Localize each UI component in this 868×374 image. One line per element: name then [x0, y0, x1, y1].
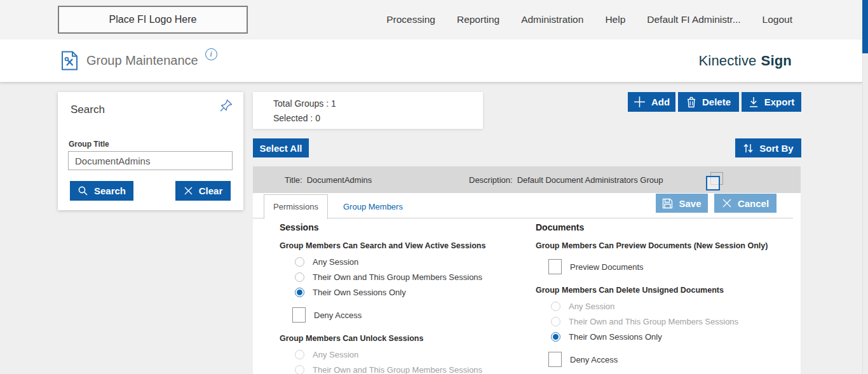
sort-arrows-icon: [743, 143, 754, 154]
perm-preview-title: Group Members Can Preview Documents (New…: [536, 241, 790, 250]
search-button[interactable]: Search: [70, 181, 133, 201]
radio-icon: [551, 332, 560, 342]
x-icon: [184, 186, 193, 196]
nav-item-logout[interactable]: Logout: [763, 14, 792, 25]
radio-icon: [551, 317, 560, 326]
group-description-field: Description:Default Document Administrat…: [469, 175, 663, 185]
brand-logo: Kinective Sign: [698, 39, 792, 82]
radio-option-own-and-group[interactable]: Their Own and This Group Members Session…: [551, 314, 790, 329]
group-title-label: Group Title: [69, 140, 109, 149]
save-button[interactable]: Save: [656, 194, 708, 213]
radio-icon: [295, 288, 304, 297]
radio-option-own-only[interactable]: Their Own Sessions Only: [551, 329, 790, 344]
page-header: Group Maintenance i Kinective Sign: [0, 39, 868, 82]
perm-unlock-title: Group Members Can Unlock Sessions: [280, 334, 534, 343]
x-icon: [722, 198, 732, 208]
perm-delete-unsigned-title: Group Members Can Delete Unsigned Docume…: [536, 286, 790, 295]
cancel-button[interactable]: Cancel: [714, 194, 776, 213]
group-maintenance-icon: [61, 51, 78, 70]
trash-icon: [686, 97, 696, 108]
preview-documents-checkbox-row[interactable]: Preview Documents: [548, 259, 790, 274]
delete-button[interactable]: Delete: [678, 92, 739, 112]
perm-search-view-title: Group Members Can Search and View Active…: [280, 241, 534, 250]
pin-icon[interactable]: [219, 98, 234, 113]
group-tabbar: Permissions Group Members: [253, 193, 793, 218]
documents-column: Documents Group Members Can Preview Docu…: [536, 222, 790, 374]
selected-groups-row: Selected : 0: [273, 113, 483, 123]
group-title-input[interactable]: [68, 151, 233, 170]
tab-permissions[interactable]: Permissions: [264, 194, 328, 219]
search-icon: [78, 185, 88, 196]
add-button[interactable]: Add: [628, 92, 675, 112]
radio-icon: [295, 257, 304, 267]
documents-heading: Documents: [536, 222, 790, 232]
nav-item-processing[interactable]: Processing: [386, 14, 435, 25]
selected-groups-value: 0: [315, 113, 320, 123]
group-actions: Add Delete Export: [628, 92, 801, 112]
total-groups-row: Total Groups : 1: [273, 98, 483, 109]
group-detail-panel: Title:DocumentAdmins Description:Default…: [253, 166, 801, 374]
search-panel: Search Group Title Search Clear: [58, 92, 243, 210]
group-row-header[interactable]: Title:DocumentAdmins Description:Default…: [253, 166, 801, 193]
radio-option-own-and-group[interactable]: Their Own and This Group Members Session…: [295, 269, 534, 284]
groups-summary: Total Groups : 1 Selected : 0: [253, 92, 483, 129]
radio-icon: [295, 350, 304, 359]
top-nav-bar: Place FI Logo Here Processing Reporting …: [0, 0, 868, 39]
radio-icon: [295, 365, 304, 374]
group-title-field: Title:DocumentAdmins: [285, 175, 372, 185]
clear-button[interactable]: Clear: [175, 181, 231, 201]
top-nav-menu: Processing Reporting Administration Help…: [386, 0, 792, 39]
checkbox-icon[interactable]: [548, 352, 562, 367]
radio-option-any-session[interactable]: Any Session: [551, 298, 790, 314]
nav-item-reporting[interactable]: Reporting: [457, 14, 499, 25]
scrollbar-thumb[interactable]: [862, 0, 868, 53]
info-icon[interactable]: i: [205, 48, 217, 60]
sort-by-button[interactable]: Sort By: [735, 138, 801, 157]
radio-option-any-session[interactable]: Any Session: [295, 347, 534, 362]
checkbox-icon[interactable]: [548, 259, 562, 274]
radio-icon: [551, 302, 560, 311]
page-title: Group Maintenance: [86, 53, 198, 68]
brand-product: Sign: [761, 53, 792, 69]
radio-option-own-only[interactable]: Their Own Sessions Only: [295, 284, 534, 300]
group-title-value: DocumentAdmins: [307, 175, 372, 185]
search-panel-title: Search: [71, 104, 105, 116]
plus-icon: [634, 96, 646, 108]
radio-option-any-session[interactable]: Any Session: [295, 254, 534, 269]
vertical-scrollbar[interactable]: [862, 0, 868, 374]
save-icon: [662, 198, 673, 209]
select-all-button[interactable]: Select All: [253, 138, 309, 157]
copy-group-icon[interactable]: [706, 172, 724, 190]
export-button[interactable]: Export: [742, 92, 801, 112]
brand-name: Kinective: [698, 53, 756, 69]
download-icon: [749, 97, 759, 108]
tab-group-members[interactable]: Group Members: [339, 194, 407, 219]
total-groups-value: 1: [331, 98, 336, 109]
radio-option-own-and-group[interactable]: Their Own and This Group Members Session…: [295, 362, 534, 374]
group-description-value: Default Document Administrators Group: [517, 175, 663, 185]
sessions-column: Sessions Group Members Can Search and Vi…: [280, 222, 534, 374]
fi-logo-placeholder: Place FI Logo Here: [58, 6, 248, 34]
nav-item-help[interactable]: Help: [605, 14, 625, 25]
fi-logo-text: Place FI Logo Here: [109, 14, 197, 25]
nav-item-current-user[interactable]: Default FI Administr...: [647, 14, 740, 25]
checkbox-icon[interactable]: [292, 307, 306, 323]
deny-access-checkbox-row[interactable]: Deny Access: [548, 352, 790, 367]
deny-access-checkbox-row[interactable]: Deny Access: [292, 307, 534, 323]
sessions-heading: Sessions: [280, 222, 534, 232]
radio-icon: [295, 272, 304, 282]
nav-item-administration[interactable]: Administration: [521, 14, 583, 25]
